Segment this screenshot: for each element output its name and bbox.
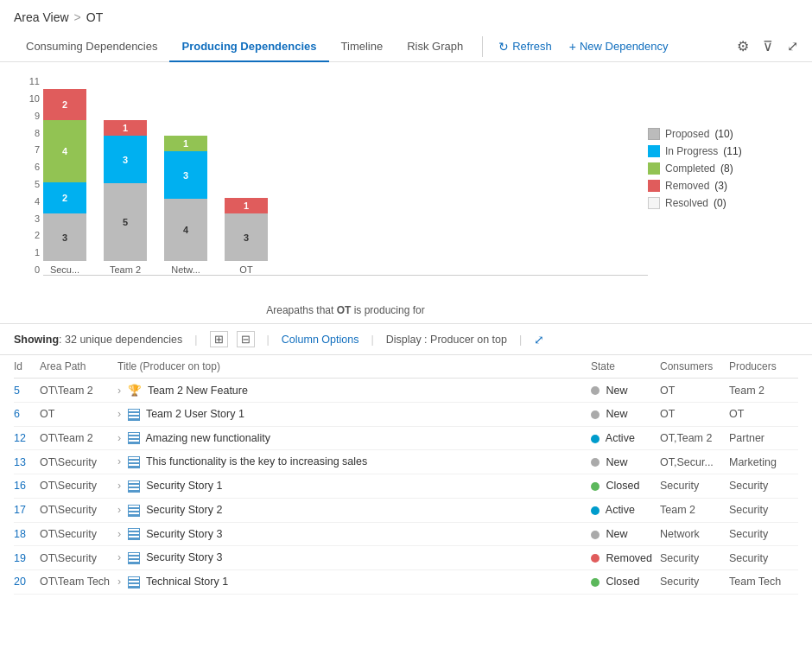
- title-expand-icon[interactable]: ›: [117, 385, 121, 397]
- col-header-area: Area Path: [40, 355, 117, 379]
- y-axis: 0 1 2 3 4 5 6 7 8 9 10 11: [17, 76, 43, 275]
- title-expand-icon[interactable]: ›: [117, 576, 121, 588]
- table-row: 12 OT\Team 2 › Amazing new functionality…: [14, 426, 798, 450]
- filter-icon[interactable]: ⊽: [763, 38, 773, 54]
- legend-count-removed: (3): [714, 180, 727, 192]
- row-title-text[interactable]: Security Story 1: [146, 480, 222, 492]
- row-id[interactable]: 20: [14, 569, 40, 594]
- title-expand-icon[interactable]: ›: [117, 455, 121, 468]
- settings-icon[interactable]: ⚙: [737, 38, 749, 54]
- legend-label-removed: Removed: [665, 180, 709, 192]
- row-area: OT\Team Tech: [40, 569, 117, 594]
- table-row: 6 OT › Team 2 User Story 1 New OT OT: [14, 403, 798, 427]
- row-title-text[interactable]: Security Story 2: [146, 504, 222, 516]
- state-label: New: [606, 456, 627, 468]
- row-title-text[interactable]: Security Story 3: [146, 551, 222, 563]
- legend-dot-inprogress: [648, 145, 660, 157]
- row-producers: Security: [729, 474, 798, 499]
- expand-button[interactable]: ⊞: [210, 331, 228, 347]
- row-title-text[interactable]: Amazing new functionality: [145, 432, 270, 444]
- divider-3: |: [371, 334, 373, 346]
- table-row: 5 OT\Team 2 › 🏆 Team 2 New Feature New O…: [14, 379, 798, 403]
- legend-completed: Completed (8): [648, 162, 795, 175]
- state-label: Closed: [606, 480, 639, 492]
- legend-resolved: Resolved (0): [648, 197, 795, 209]
- legend-dot-completed: [648, 162, 660, 175]
- new-dependency-label: New Dependency: [580, 40, 669, 53]
- row-state: Closed: [591, 569, 660, 594]
- story-icon: [128, 505, 140, 517]
- new-dependency-button[interactable]: + New Dependency: [561, 33, 677, 60]
- refresh-label: Refresh: [512, 40, 552, 53]
- bar-seg-completed: 4: [43, 120, 86, 182]
- row-title: › Security Story 3: [117, 522, 591, 546]
- title-expand-icon[interactable]: ›: [117, 432, 121, 444]
- row-id[interactable]: 6: [14, 403, 40, 427]
- row-id[interactable]: 19: [14, 546, 40, 570]
- tab-riskgraph[interactable]: Risk Graph: [395, 31, 475, 61]
- legend-dot-removed: [648, 180, 660, 192]
- row-producers: Team 2: [729, 379, 798, 403]
- row-state: Active: [591, 498, 660, 522]
- row-area: OT\Team 2: [40, 379, 117, 403]
- legend-count-completed: (8): [720, 162, 733, 175]
- table-row: 18 OT\Security › Security Story 3 New Ne…: [14, 522, 798, 546]
- showing-label: Showing: 32 unique dependencies: [14, 334, 182, 346]
- bar-seg-removed: 1: [104, 120, 147, 136]
- breadcrumb: Area View > OT: [0, 0, 812, 31]
- row-state: Closed: [591, 474, 660, 499]
- row-title-text[interactable]: This functionality is the key to increas…: [146, 455, 367, 468]
- row-id[interactable]: 18: [14, 522, 40, 546]
- story-icon: [128, 409, 140, 421]
- row-id[interactable]: 17: [14, 498, 40, 522]
- refresh-button[interactable]: ↻ Refresh: [490, 33, 561, 60]
- table-row: 13 OT\Security › This functionality is t…: [14, 450, 798, 474]
- table-header-row: Id Area Path Title (Producer on top) Sta…: [14, 355, 798, 379]
- divider-1: |: [194, 334, 197, 346]
- row-state: New: [591, 403, 660, 427]
- story-icon: [128, 528, 140, 540]
- tab-divider: [482, 36, 483, 57]
- divider-2: |: [267, 334, 270, 346]
- fullscreen-icon[interactable]: ⤢: [534, 333, 544, 347]
- title-expand-icon[interactable]: ›: [117, 480, 121, 492]
- tab-consuming[interactable]: Consuming Dependencies: [14, 31, 169, 61]
- state-label: Removed: [606, 552, 652, 564]
- row-title-text[interactable]: Team 2 New Feature: [148, 385, 248, 397]
- row-id[interactable]: 13: [14, 450, 40, 474]
- chart-area: 0 1 2 3 4 5 6 7 8 9 10 11: [17, 76, 648, 316]
- breadcrumb-area[interactable]: Area View: [14, 10, 69, 24]
- row-title: › Security Story 2: [117, 498, 591, 522]
- title-expand-icon[interactable]: ›: [117, 528, 121, 540]
- table-row: 16 OT\Security › Security Story 1 Closed…: [14, 474, 798, 499]
- bar-group-netw: 4 3 1 Netw...: [164, 136, 207, 275]
- row-id[interactable]: 16: [14, 474, 40, 499]
- title-expand-icon[interactable]: ›: [117, 408, 121, 420]
- bar-stack-ot: 3 1: [225, 198, 268, 261]
- row-state: New: [591, 522, 660, 546]
- breadcrumb-separator: >: [74, 10, 81, 24]
- col-header-id: Id: [14, 355, 40, 379]
- row-title-text[interactable]: Security Story 3: [146, 528, 222, 540]
- col-header-consumers: Consumers: [660, 355, 729, 379]
- tab-producing[interactable]: Producing Dependencies: [169, 31, 328, 61]
- row-id[interactable]: 12: [14, 426, 40, 450]
- tab-timeline[interactable]: Timeline: [329, 31, 396, 61]
- chart-container: 0 1 2 3 4 5 6 7 8 9 10 11: [0, 62, 812, 316]
- row-area: OT\Security: [40, 546, 117, 570]
- expand-icon[interactable]: ⤢: [787, 38, 798, 54]
- row-title-text[interactable]: Technical Story 1: [146, 576, 228, 588]
- row-title: › Amazing new functionality: [117, 426, 591, 450]
- bar-seg-proposed: 4: [164, 199, 207, 261]
- x-axis-line: [43, 275, 648, 276]
- legend-label-inprogress: In Progress: [665, 145, 718, 157]
- row-id[interactable]: 5: [14, 379, 40, 403]
- title-expand-icon[interactable]: ›: [117, 504, 121, 516]
- title-expand-icon[interactable]: ›: [117, 551, 121, 563]
- row-title-text[interactable]: Team 2 User Story 1: [146, 408, 244, 420]
- collapse-button[interactable]: ⊟: [237, 331, 255, 347]
- legend-dot-resolved: [648, 197, 660, 209]
- table-row: 17 OT\Security › Security Story 2 Active…: [14, 498, 798, 522]
- column-options-button[interactable]: Column Options: [282, 334, 359, 346]
- row-producers: Security: [729, 522, 798, 546]
